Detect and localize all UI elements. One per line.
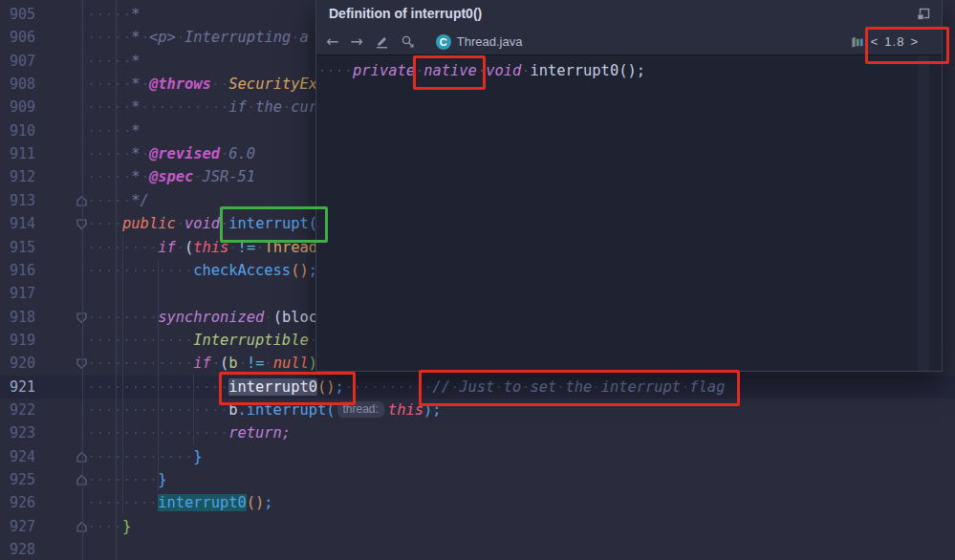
line-number[interactable]: 914 xyxy=(0,212,35,235)
line-number[interactable]: 925 xyxy=(0,468,35,491)
line-number[interactable]: 915 xyxy=(0,236,35,259)
line-number[interactable]: 913 xyxy=(0,189,35,212)
code-token xyxy=(141,168,149,185)
line-number[interactable]: 906 xyxy=(0,26,35,49)
open-in-window-icon[interactable] xyxy=(916,7,931,22)
line-number[interactable]: 911 xyxy=(0,142,35,165)
code-line-928[interactable]: 928 xyxy=(0,538,955,560)
line-number[interactable]: 924 xyxy=(0,445,35,468)
code-token: void xyxy=(184,215,220,232)
code-token: checkAccess xyxy=(193,262,291,279)
code-token: ; xyxy=(264,494,272,511)
code-line-926[interactable]: 926 interrupt0(); xyxy=(0,491,955,514)
code-token xyxy=(87,168,131,185)
code-token: */ xyxy=(131,192,149,209)
code-token xyxy=(211,75,229,93)
code-token xyxy=(87,122,131,140)
code-token: public xyxy=(122,215,176,232)
code-token: * xyxy=(131,168,140,185)
code-token: * xyxy=(131,29,140,46)
library-icon xyxy=(851,34,865,49)
line-number[interactable]: 928 xyxy=(0,538,35,560)
code-token: } xyxy=(193,448,202,465)
code-token: if xyxy=(158,239,176,256)
code-token xyxy=(87,98,131,116)
code-token xyxy=(87,355,193,372)
code-line-923[interactable]: 923 return; xyxy=(0,421,955,444)
edit-source-icon[interactable] xyxy=(375,34,389,49)
file-name: Thread.java xyxy=(457,34,523,49)
gutter-separator xyxy=(116,0,117,560)
annotation-native-keyword-box xyxy=(413,55,486,90)
back-arrow-icon[interactable]: ← xyxy=(326,34,338,50)
code-token: JSR-51 xyxy=(203,168,256,185)
code-token: } xyxy=(122,518,131,535)
find-usages-icon[interactable] xyxy=(401,34,415,49)
class-c-icon: C xyxy=(436,34,451,50)
indent-guide-3 xyxy=(193,375,194,445)
code-token: * xyxy=(131,145,140,162)
annotation-comment-box xyxy=(419,370,740,406)
code-token: 6.0 xyxy=(228,145,255,162)
code-token: void xyxy=(486,62,521,79)
line-number[interactable]: 907 xyxy=(0,50,35,73)
line-number[interactable]: 918 xyxy=(0,306,35,329)
code-token: null xyxy=(273,355,309,372)
forward-arrow-icon[interactable]: → xyxy=(350,34,362,50)
code-text: * xyxy=(87,119,141,142)
code-token: @throws xyxy=(149,75,211,93)
popup-scrollbar[interactable] xyxy=(918,55,929,371)
code-text: return; xyxy=(87,421,291,444)
code-token xyxy=(87,215,122,232)
file-tab[interactable]: C Thread.java xyxy=(436,34,523,50)
line-number[interactable]: 923 xyxy=(0,421,35,444)
code-token: @revised xyxy=(149,145,220,162)
line-number[interactable]: 920 xyxy=(0,352,35,375)
line-number[interactable]: 909 xyxy=(0,96,35,118)
code-line-924[interactable]: 924 } xyxy=(0,445,955,468)
code-token: Interrupting xyxy=(184,29,291,46)
code-line-927[interactable]: 927 } xyxy=(0,515,955,538)
code-token xyxy=(247,98,255,116)
code-token xyxy=(87,145,131,162)
code-text: } xyxy=(87,468,166,491)
popup-title: Definition of interrupt0() xyxy=(329,6,482,21)
line-number[interactable]: 922 xyxy=(0,398,35,421)
line-number[interactable]: 927 xyxy=(0,515,35,538)
code-token xyxy=(176,239,184,256)
code-token: if xyxy=(228,98,247,116)
code-token xyxy=(220,145,228,162)
code-token xyxy=(87,262,193,279)
line-number[interactable]: 916 xyxy=(0,259,35,282)
line-number[interactable]: 926 xyxy=(0,491,35,514)
code-token xyxy=(176,215,184,232)
code-text: * @spec JSR-51 xyxy=(87,165,255,188)
code-token: if xyxy=(193,355,211,372)
code-token xyxy=(87,6,131,23)
code-token xyxy=(141,75,149,93)
line-number[interactable]: 908 xyxy=(0,73,35,96)
code-token xyxy=(141,145,149,162)
code-text: } xyxy=(87,515,131,538)
code-text: * xyxy=(87,3,141,26)
code-token: ( xyxy=(184,239,193,256)
code-token: * xyxy=(131,53,140,70)
line-number[interactable]: 921 xyxy=(0,376,35,398)
popup-header: Definition of interrupt0() xyxy=(316,0,942,29)
line-number[interactable]: 912 xyxy=(0,165,35,188)
line-number[interactable]: 910 xyxy=(0,119,35,142)
code-line-925[interactable]: 925 } xyxy=(0,468,955,491)
line-number[interactable]: 919 xyxy=(0,329,35,352)
code-token xyxy=(141,29,149,46)
code-token xyxy=(87,448,193,465)
code-token xyxy=(87,332,193,349)
code-token: the xyxy=(255,98,282,116)
line-number[interactable]: 905 xyxy=(0,3,35,26)
line-number[interactable]: 917 xyxy=(0,282,35,305)
code-token: * xyxy=(131,98,140,116)
annotation-interrupt0-call-box xyxy=(219,372,356,405)
code-token xyxy=(193,168,202,185)
code-token: <p> xyxy=(149,29,176,46)
code-token xyxy=(87,75,131,93)
code-token xyxy=(87,192,131,209)
